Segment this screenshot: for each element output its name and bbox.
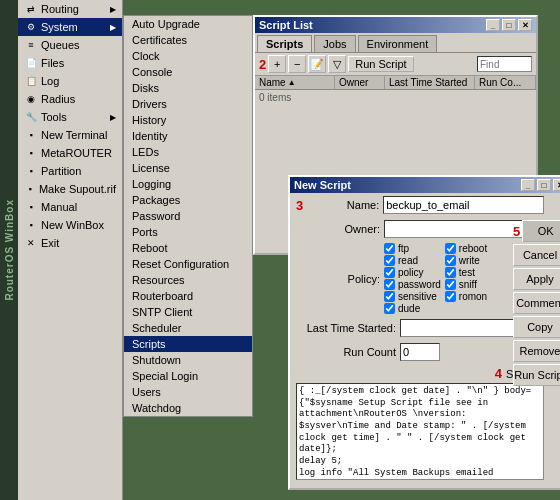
edit-btn[interactable]: 📝 <box>308 55 326 73</box>
sidebar-item-new-terminal[interactable]: ▪ New Terminal <box>18 126 122 144</box>
sidebar-item-partition[interactable]: ▪ Partition <box>18 162 122 180</box>
source-textarea[interactable]: { :_[/system clock get date] . "\n" } bo… <box>296 383 544 480</box>
apply-button[interactable]: Apply <box>513 268 560 290</box>
label-policy: policy <box>398 267 424 278</box>
submenu-scheduler[interactable]: Scheduler <box>124 320 252 336</box>
check-policy[interactable] <box>384 267 395 278</box>
submenu-disks[interactable]: Disks <box>124 80 252 96</box>
new-script-maximize-btn[interactable]: □ <box>537 179 551 191</box>
sidebar-item-log[interactable]: 📋 Log <box>18 72 122 90</box>
script-list-minimize-btn[interactable]: _ <box>486 19 500 31</box>
label-write: write <box>459 255 480 266</box>
submenu-console[interactable]: Console <box>124 64 252 80</box>
check-dude[interactable] <box>384 303 395 314</box>
col-owner[interactable]: Owner <box>335 76 385 89</box>
sidebar-item-queues[interactable]: ≡ Queues <box>18 36 122 54</box>
submenu-reboot[interactable]: Reboot <box>124 240 252 256</box>
routing-icon: ⇄ <box>24 2 38 16</box>
sidebar-item-radius[interactable]: ◉ Radius <box>18 90 122 108</box>
sidebar-item-files[interactable]: 📄 Files <box>18 54 122 72</box>
submenu-password[interactable]: Password <box>124 208 252 224</box>
check-sensitive[interactable] <box>384 291 395 302</box>
col-name[interactable]: Name ▲ <box>255 76 335 89</box>
comment-button[interactable]: Comment <box>513 292 560 314</box>
filter-btn[interactable]: ▽ <box>328 55 346 73</box>
sidebar-label-exit: Exit <box>41 237 59 249</box>
script-list-tabs: Scripts Jobs Environment <box>255 33 536 53</box>
submenu-leds[interactable]: LEDs <box>124 144 252 160</box>
submenu-sntp-client[interactable]: SNTP Client <box>124 304 252 320</box>
check-romon[interactable] <box>445 291 456 302</box>
submenu-clock[interactable]: Clock <box>124 48 252 64</box>
find-input[interactable] <box>477 56 532 72</box>
name-field[interactable] <box>383 196 544 214</box>
check-sniff[interactable] <box>445 279 456 290</box>
sidebar-item-tools[interactable]: 🔧 Tools ▶ <box>18 108 122 126</box>
sidebar-item-system[interactable]: ⚙ System ▶ <box>18 18 122 36</box>
submenu-packages[interactable]: Packages <box>124 192 252 208</box>
submenu-watchdog[interactable]: Watchdog <box>124 400 252 416</box>
check-reboot[interactable] <box>445 243 456 254</box>
new-script-minimize-btn[interactable]: _ <box>521 179 535 191</box>
submenu-history[interactable]: History <box>124 112 252 128</box>
sidebar-label-new-terminal: New Terminal <box>41 129 107 141</box>
radius-icon: ◉ <box>24 92 38 106</box>
tab-jobs[interactable]: Jobs <box>314 35 355 52</box>
check-ftp[interactable] <box>384 243 395 254</box>
sidebar-item-exit[interactable]: ✕ Exit <box>18 234 122 252</box>
submenu-users[interactable]: Users <box>124 384 252 400</box>
sidebar-label-new-winbox: New WinBox <box>41 219 104 231</box>
submenu-auto-upgrade[interactable]: Auto Upgrade <box>124 16 252 32</box>
submenu-logging[interactable]: Logging <box>124 176 252 192</box>
find-area <box>477 56 532 72</box>
col-last-started[interactable]: Last Time Started <box>385 76 475 89</box>
submenu-reset-config[interactable]: Reset Configuration <box>124 256 252 272</box>
sidebar-item-manual[interactable]: ▪ Manual <box>18 198 122 216</box>
check-write[interactable] <box>445 255 456 266</box>
remove-button[interactable]: Remove <box>513 340 560 362</box>
sidebar-label-files: Files <box>41 57 64 69</box>
last-time-label: Last Time Started: <box>296 322 396 334</box>
name-label: Name: <box>309 199 379 211</box>
col-run-count[interactable]: Run Co... <box>475 76 536 89</box>
sidebar-label-radius: Radius <box>41 93 75 105</box>
check-read[interactable] <box>384 255 395 266</box>
run-count-field[interactable] <box>400 343 440 361</box>
submenu-drivers[interactable]: Drivers <box>124 96 252 112</box>
run-script-button[interactable]: Run Script <box>513 364 560 386</box>
toolbar-number: 2 <box>259 57 266 72</box>
copy-button[interactable]: Copy <box>513 316 560 338</box>
run-script-toolbar-btn[interactable]: Run Script <box>348 56 413 72</box>
submenu-identity[interactable]: Identity <box>124 128 252 144</box>
submenu-license[interactable]: License <box>124 160 252 176</box>
submenu-certificates[interactable]: Certificates <box>124 32 252 48</box>
log-icon: 📋 <box>24 74 38 88</box>
sidebar-item-new-winbox[interactable]: ▪ New WinBox <box>18 216 122 234</box>
new-script-close-btn[interactable]: ✕ <box>553 179 560 191</box>
sidebar-item-make-supout[interactable]: ▪ Make Supout.rif <box>18 180 122 198</box>
check-test[interactable] <box>445 267 456 278</box>
submenu-shutdown[interactable]: Shutdown <box>124 352 252 368</box>
new-script-window: New Script _ □ ✕ 3 Name: Owner: <box>288 175 560 490</box>
submenu-special-login[interactable]: Special Login <box>124 368 252 384</box>
ok-button[interactable]: OK <box>522 220 560 242</box>
policy-test: test <box>445 267 493 278</box>
script-list-close-btn[interactable]: ✕ <box>518 19 532 31</box>
script-list-controls: _ □ ✕ <box>486 19 532 31</box>
system-arrow: ▶ <box>110 23 116 32</box>
policy-row: Policy: ftp reboot <box>296 243 544 314</box>
script-list-maximize-btn[interactable]: □ <box>502 19 516 31</box>
submenu-ports[interactable]: Ports <box>124 224 252 240</box>
check-password[interactable] <box>384 279 395 290</box>
policy-sniff: sniff <box>445 279 493 290</box>
sidebar-item-routing[interactable]: ⇄ Routing ▶ <box>18 0 122 18</box>
remove-btn[interactable]: − <box>288 55 306 73</box>
add-btn[interactable]: + <box>268 55 286 73</box>
cancel-button[interactable]: Cancel <box>513 244 560 266</box>
submenu-scripts[interactable]: Scripts <box>124 336 252 352</box>
sidebar-item-metarouter[interactable]: ▪ MetaROUTER <box>18 144 122 162</box>
tab-scripts[interactable]: Scripts <box>257 35 312 52</box>
tab-environment[interactable]: Environment <box>358 35 438 52</box>
submenu-resources[interactable]: Resources <box>124 272 252 288</box>
submenu-routerboard[interactable]: Routerboard <box>124 288 252 304</box>
